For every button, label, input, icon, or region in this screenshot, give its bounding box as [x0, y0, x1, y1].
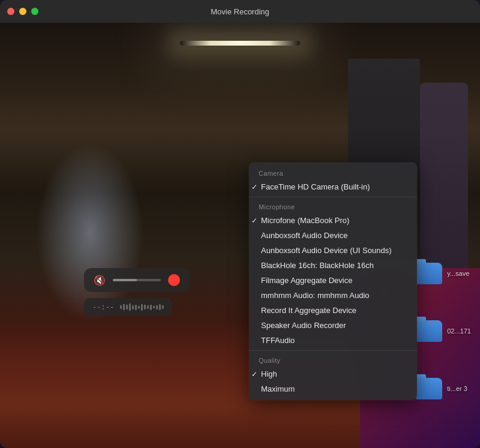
- camera-option-label: FaceTime HD Camera (Built-in): [261, 182, 370, 191]
- audio-bar: [156, 305, 158, 309]
- microphone-option-label: Aunboxsoft Audio Device: [261, 231, 348, 240]
- folder-label: ti...er 3: [447, 385, 467, 392]
- microphone-option-macbook[interactable]: Microfone (MacBook Pro): [249, 213, 417, 228]
- microphone-option-mmhmm[interactable]: mmhmm Audio: mmhmm Audio: [249, 288, 417, 303]
- microphone-option-label: Aunboxsoft Audio Device (UI Sounds): [261, 246, 392, 255]
- microphone-option-filmage[interactable]: Filmage Aggregate Device: [249, 273, 417, 288]
- traffic-lights: [7, 8, 38, 15]
- quality-option-label: Maximum: [261, 384, 295, 393]
- recording-controls-bar: 🔇: [84, 268, 190, 292]
- audio-bar: [138, 306, 140, 309]
- microphone-option-blackhole[interactable]: BlackHole 16ch: BlackHole 16ch: [249, 258, 417, 273]
- audio-bar: [132, 305, 134, 309]
- ceiling-light-effect: [180, 41, 300, 46]
- list-item: 02...171: [415, 320, 471, 342]
- folder-label: y...save: [447, 270, 469, 277]
- quality-option-high[interactable]: High: [249, 366, 417, 381]
- folder-list: y...save 02...171 ti...er 3: [415, 263, 471, 399]
- audio-bar: [144, 305, 146, 309]
- microphone-option-label: Speaker Audio Recorder: [261, 321, 346, 330]
- microphone-option-speaker[interactable]: Speaker Audio Recorder: [249, 318, 417, 333]
- folder-icon[interactable]: [415, 320, 442, 342]
- audio-bar: [123, 304, 125, 310]
- camera-section-label: Camera: [249, 166, 417, 179]
- title-bar: Movie Recording: [0, 0, 480, 23]
- microphone-option-label: Record It Aggregate Device: [261, 306, 356, 315]
- microphone-option-label: TFFAudio: [261, 336, 295, 345]
- window-title: Movie Recording: [211, 7, 269, 16]
- microphone-section-label: Microphone: [249, 200, 417, 213]
- recording-options-dropdown: Camera FaceTime HD Camera (Built-in) Mic…: [249, 163, 417, 400]
- audio-bar: [162, 305, 164, 309]
- microphone-option-label: BlackHole 16ch: BlackHole 16ch: [261, 261, 374, 270]
- folder-icon[interactable]: [415, 378, 442, 399]
- background-element-2: [420, 83, 468, 293]
- audio-bar: [141, 304, 143, 311]
- camera-option-facetime[interactable]: FaceTime HD Camera (Built-in): [249, 179, 417, 194]
- audio-bar: [153, 306, 155, 308]
- microphone-option-label: Filmage Aggregate Device: [261, 276, 352, 285]
- window-light-effect: [36, 143, 144, 323]
- time-display: --:--: [92, 303, 114, 311]
- section-divider: [249, 197, 417, 197]
- maximize-button[interactable]: [31, 8, 38, 15]
- volume-slider[interactable]: [113, 279, 161, 281]
- quality-selected-label: High: [261, 369, 277, 378]
- list-item: y...save: [415, 263, 471, 284]
- microphone-option-recordit[interactable]: Record It Aggregate Device: [249, 303, 417, 318]
- microphone-option-aunboxsoft[interactable]: Aunboxsoft Audio Device: [249, 228, 417, 243]
- audio-bar: [150, 305, 152, 310]
- audio-level-bars: [120, 303, 164, 311]
- audio-bar: [129, 303, 131, 311]
- audio-bar: [120, 305, 122, 309]
- video-area: y...save 02...171 ti...er 3 🔇 --:--: [0, 23, 480, 448]
- quality-option-maximum[interactable]: Maximum: [249, 381, 417, 396]
- controls-row-2: --:--: [84, 298, 172, 316]
- background-element-1: [348, 59, 420, 179]
- mute-icon[interactable]: 🔇: [94, 275, 106, 286]
- list-item: ti...er 3: [415, 378, 471, 399]
- record-button[interactable]: [168, 274, 180, 286]
- audio-bar: [135, 305, 137, 310]
- microphone-option-label: mmhmm Audio: mmhmm Audio: [261, 291, 370, 300]
- quality-section-label: Quality: [249, 353, 417, 366]
- main-window: Movie Recording y...save 02...171 ti...e…: [0, 0, 480, 448]
- volume-fill: [113, 279, 137, 281]
- folder-icon[interactable]: [415, 263, 442, 284]
- microphone-option-aunboxsoft-ui[interactable]: Aunboxsoft Audio Device (UI Sounds): [249, 243, 417, 258]
- section-divider-2: [249, 350, 417, 351]
- audio-bar: [126, 305, 128, 309]
- microphone-selected-label: Microfone (MacBook Pro): [261, 216, 349, 225]
- folder-label: 02...171: [447, 327, 471, 335]
- minimize-button[interactable]: [19, 8, 26, 15]
- close-button[interactable]: [7, 8, 14, 15]
- audio-bar: [147, 305, 149, 309]
- audio-bar: [159, 304, 161, 310]
- microphone-option-tffaudio[interactable]: TFFAudio: [249, 333, 417, 348]
